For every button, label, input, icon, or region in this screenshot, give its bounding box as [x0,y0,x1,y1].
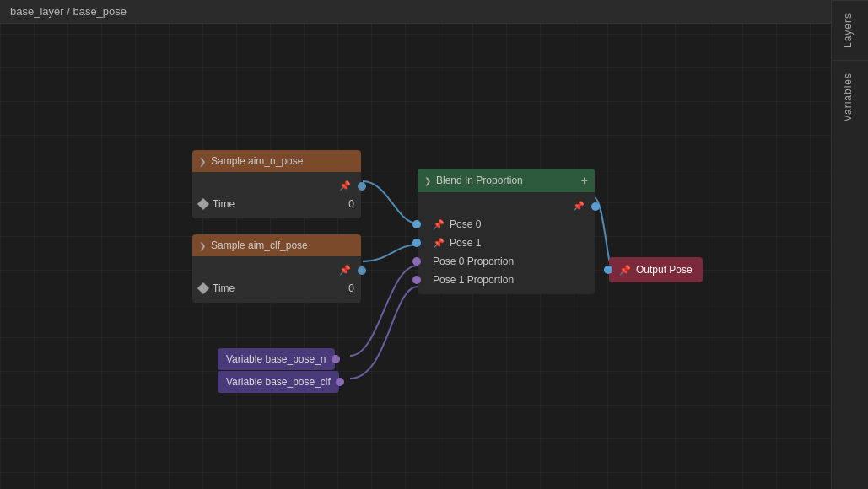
breadcrumb: base_layer / base_pose [0,0,831,24]
blend-output-connector[interactable] [591,202,600,211]
variable-n-node[interactable]: Variable base_pose_n [218,348,335,370]
variable-clf-label: Variable base_pose_clf [226,376,331,388]
sample-aim-clf-pin-row: 📌 [192,261,361,279]
blend-pose1-proportion-row: Pose 1 Proportion [418,271,595,289]
sample-aim-n-body: 📌 Time 0 [192,172,361,218]
variable-clf-output-connector[interactable] [336,378,344,386]
pin-icon-2: 📌 [339,265,351,276]
blend-header: ❯ Blend In Proportion + [418,169,595,192]
blend-pose0-proportion-label: Pose 0 Proportion [433,255,588,267]
blend-pose0-connector[interactable] [412,220,421,228]
sample-aim-clf-header: ❯ Sample aim_clf_pose [192,234,361,256]
sample-aim-clf-time-row: Time 0 [192,279,361,298]
blend-pose1-proportion-label: Pose 1 Proportion [433,274,588,286]
chevron-icon-3: ❯ [424,176,431,185]
sample-aim-n-header: ❯ Sample aim_n_pose [192,150,361,172]
sample-aim-clf-body: 📌 Time 0 [192,256,361,303]
pin-icon-pose1: 📌 [433,238,445,249]
variable-clf-node[interactable]: Variable base_pose_clf [218,371,339,393]
blend-add-button[interactable]: + [581,174,588,187]
pin-icon-3: 📌 [573,201,585,212]
variable-n-output-connector[interactable] [332,355,340,363]
blend-node[interactable]: ❯ Blend In Proportion + 📌 📌 Pose 0 📌 Pos… [418,169,595,294]
blend-body: 📌 📌 Pose 0 📌 Pose 1 Pose 0 Proportion Po… [418,192,595,294]
sample-aim-clf-time-label: Time [213,282,343,294]
output-pose-connector[interactable] [604,266,612,274]
blend-pose0-row: 📌 Pose 0 [418,215,595,234]
sample-aim-n-title: Sample aim_n_pose [211,155,303,167]
blend-pose1-row: 📌 Pose 1 [418,234,595,252]
blend-pin-row: 📌 [418,197,595,215]
breadcrumb-text: base_layer / base_pose [10,5,127,18]
blend-pose1-proportion-connector[interactable] [412,276,421,284]
time-diamond-connector [197,198,209,210]
right-sidebar: Layers Variables [831,0,868,489]
chevron-icon: ❯ [199,157,206,166]
sample-aim-n-time-row: Time 0 [192,195,361,213]
sample-aim-n-output-connector[interactable] [358,182,366,191]
sidebar-tab-variables[interactable]: Variables [832,60,868,133]
sample-aim-n-pin-row: 📌 [192,177,361,195]
output-pin-icon: 📌 [619,265,631,276]
sample-aim-clf-output-connector[interactable] [358,266,366,275]
blend-pose1-label: Pose 1 [450,237,588,249]
output-pose-label: Output Pose [636,264,693,276]
blend-pose0-proportion-row: Pose 0 Proportion [418,252,595,271]
sample-aim-n-time-value: 0 [348,198,354,210]
blend-pose0-label: Pose 0 [450,218,588,230]
variable-n-label: Variable base_pose_n [226,353,326,365]
sidebar-tab-layers[interactable]: Layers [832,0,868,60]
sample-aim-clf-title: Sample aim_clf_pose [211,239,308,251]
time-diamond-connector-2 [197,282,209,294]
blend-pose0-proportion-connector[interactable] [412,257,421,266]
sample-aim-clf-time-value: 0 [348,282,354,294]
chevron-icon-2: ❯ [199,241,206,250]
sample-aim-n-node[interactable]: ❯ Sample aim_n_pose 📌 Time 0 [192,150,361,218]
blend-title: Blend In Proportion [436,175,523,186]
sample-aim-n-time-label: Time [213,198,343,210]
pin-icon: 📌 [339,180,351,191]
pin-icon-pose0: 📌 [433,219,445,230]
blend-pose1-connector[interactable] [412,239,421,247]
sample-aim-clf-node[interactable]: ❯ Sample aim_clf_pose 📌 Time 0 [192,234,361,303]
output-pose-node[interactable]: 📌 Output Pose [609,257,703,282]
